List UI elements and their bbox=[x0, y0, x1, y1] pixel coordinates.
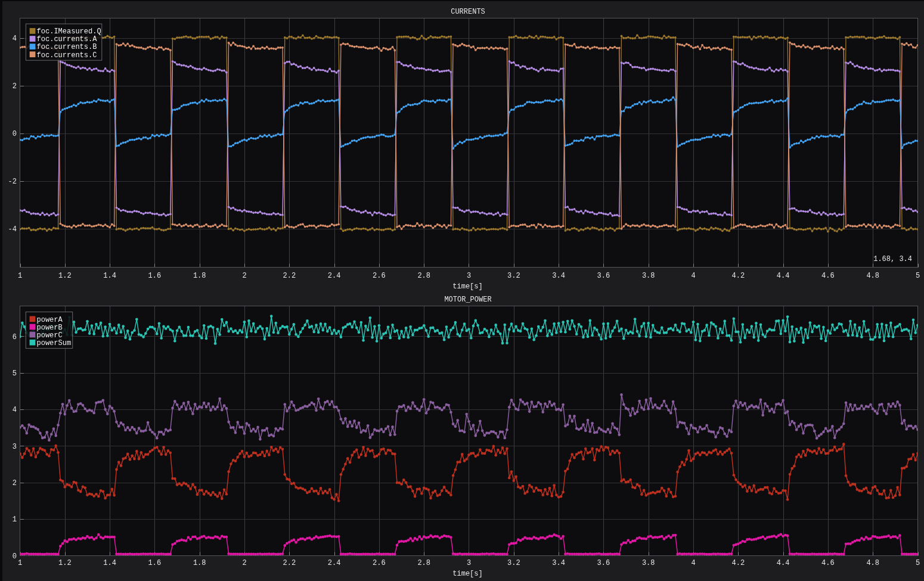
svg-text:1.8: 1.8 bbox=[193, 559, 206, 567]
svg-text:4.4: 4.4 bbox=[777, 272, 790, 280]
svg-text:powerC: powerC bbox=[37, 331, 63, 340]
svg-text:3: 3 bbox=[467, 559, 471, 567]
svg-text:time[s]: time[s] bbox=[452, 282, 482, 291]
svg-text:4: 4 bbox=[691, 272, 695, 280]
svg-text:1.2: 1.2 bbox=[58, 272, 72, 280]
svg-text:CURRENTS: CURRENTS bbox=[451, 8, 485, 16]
svg-text:4.6: 4.6 bbox=[821, 272, 835, 280]
svg-text:foc.IMeasured.Q: foc.IMeasured.Q bbox=[37, 27, 101, 36]
svg-text:2: 2 bbox=[242, 559, 246, 567]
svg-text:2.6: 2.6 bbox=[373, 272, 386, 280]
svg-text:2: 2 bbox=[13, 479, 17, 487]
svg-text:powerB: powerB bbox=[37, 324, 63, 332]
svg-text:1.4: 1.4 bbox=[103, 272, 116, 280]
svg-text:1: 1 bbox=[13, 515, 17, 524]
svg-text:5: 5 bbox=[13, 369, 17, 378]
svg-text:3.2: 3.2 bbox=[507, 272, 520, 280]
svg-text:3.4: 3.4 bbox=[552, 559, 565, 567]
svg-text:2.8: 2.8 bbox=[417, 272, 430, 280]
svg-text:4.4: 4.4 bbox=[777, 559, 790, 567]
svg-text:0: 0 bbox=[13, 552, 17, 561]
svg-text:3.8: 3.8 bbox=[642, 559, 655, 567]
svg-text:3: 3 bbox=[13, 443, 17, 451]
svg-text:2: 2 bbox=[242, 272, 246, 280]
svg-text:2.2: 2.2 bbox=[283, 559, 296, 567]
svg-text:powerA: powerA bbox=[37, 316, 63, 324]
svg-text:3.4: 3.4 bbox=[552, 272, 565, 280]
svg-text:2.6: 2.6 bbox=[373, 559, 386, 567]
svg-text:2.2: 2.2 bbox=[283, 272, 296, 280]
svg-text:3.6: 3.6 bbox=[597, 272, 610, 280]
svg-text:2: 2 bbox=[13, 82, 17, 91]
svg-text:foc.currents.A: foc.currents.A bbox=[37, 35, 98, 44]
svg-text:4.6: 4.6 bbox=[821, 559, 835, 567]
svg-text:4.8: 4.8 bbox=[866, 559, 879, 567]
svg-text:4: 4 bbox=[13, 406, 17, 414]
svg-text:5: 5 bbox=[916, 272, 920, 280]
svg-text:1: 1 bbox=[18, 272, 22, 280]
svg-text:2.8: 2.8 bbox=[417, 559, 430, 567]
svg-text:-2: -2 bbox=[8, 178, 17, 186]
svg-text:4.8: 4.8 bbox=[866, 272, 879, 280]
svg-text:1.6: 1.6 bbox=[148, 559, 162, 567]
svg-text:3.6: 3.6 bbox=[597, 559, 610, 567]
svg-text:4.2: 4.2 bbox=[731, 559, 745, 567]
svg-text:0: 0 bbox=[13, 130, 17, 138]
svg-text:time[s]: time[s] bbox=[452, 570, 482, 578]
svg-text:1.68, 3.4: 1.68, 3.4 bbox=[873, 255, 912, 263]
svg-text:3.8: 3.8 bbox=[642, 272, 655, 280]
svg-text:1.8: 1.8 bbox=[193, 272, 206, 280]
svg-text:6: 6 bbox=[13, 333, 17, 341]
svg-text:5: 5 bbox=[916, 559, 920, 567]
svg-text:1: 1 bbox=[18, 559, 22, 567]
svg-text:2.4: 2.4 bbox=[328, 272, 341, 280]
svg-text:4.2: 4.2 bbox=[731, 272, 745, 280]
svg-text:2.4: 2.4 bbox=[328, 559, 341, 567]
svg-text:4: 4 bbox=[691, 559, 695, 567]
svg-text:1.2: 1.2 bbox=[58, 559, 72, 567]
svg-text:-4: -4 bbox=[8, 225, 17, 234]
svg-text:4: 4 bbox=[13, 35, 17, 43]
svg-text:powerSum: powerSum bbox=[37, 339, 72, 347]
svg-text:3.2: 3.2 bbox=[507, 559, 520, 567]
svg-text:foc.currents.B: foc.currents.B bbox=[37, 43, 97, 51]
svg-text:3: 3 bbox=[467, 272, 471, 280]
svg-text:MOTOR_POWER: MOTOR_POWER bbox=[444, 296, 491, 304]
svg-text:1.6: 1.6 bbox=[148, 272, 162, 280]
svg-text:foc.currents.C: foc.currents.C bbox=[37, 51, 97, 60]
svg-text:1.4: 1.4 bbox=[103, 559, 116, 567]
